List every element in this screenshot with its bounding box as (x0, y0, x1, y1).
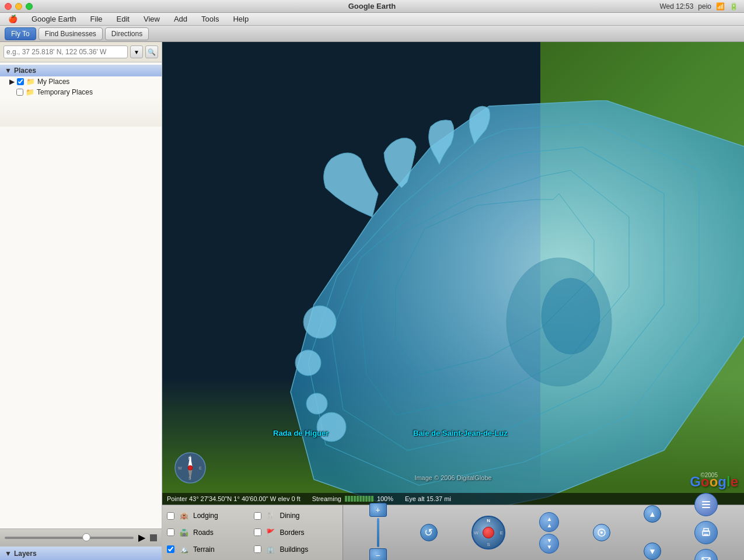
extra-controls: ▲ ▼ (644, 505, 661, 560)
svg-point-6 (542, 278, 600, 354)
terrain-checkbox[interactable] (167, 545, 174, 553)
places-expand-icon: ▼ (5, 66, 12, 75)
buildings-icon: 🏢 (265, 545, 277, 554)
slider-track[interactable] (5, 537, 134, 539)
svg-rect-22 (702, 504, 710, 505)
layer-terrain: 🏔️ Terrain (167, 542, 252, 556)
svg-text:S: S (188, 476, 191, 480)
layers-button[interactable] (694, 493, 718, 516)
zoom-out-button[interactable]: − (369, 548, 387, 560)
window-title: Google Earth (348, 2, 396, 10)
svg-point-18 (188, 466, 193, 470)
menu-edit[interactable]: Edit (114, 13, 132, 24)
tilt-minus-button[interactable]: ▼ (644, 542, 661, 560)
buildings-label: Buildings (280, 545, 309, 554)
tilt-down-button[interactable]: ▼▼ (539, 534, 559, 554)
layers-panel: 🏨 Lodging 🍴 Dining 🛣️ Roads 🚩 Borders (162, 505, 343, 560)
search-go-button[interactable]: 🔍 (145, 46, 158, 58)
lodging-checkbox[interactable] (167, 512, 174, 520)
tilt-up-button[interactable]: ▲▲ (539, 512, 559, 532)
dining-checkbox[interactable] (254, 512, 261, 520)
eye-alt: Eye alt 15.37 mi (405, 495, 451, 502)
temporary-places-checkbox[interactable] (16, 89, 23, 96)
tab-find-businesses[interactable]: Find Businesses (39, 27, 103, 40)
apple-menu[interactable]: 🍎 (6, 13, 20, 24)
tilt-controls: ▲▲ ▼▼ (539, 512, 559, 554)
svg-point-7 (303, 306, 336, 338)
my-places-checkbox[interactable] (17, 78, 24, 85)
zoom-controls: + − (369, 503, 387, 560)
svg-rect-21 (702, 501, 710, 502)
temporary-places-item[interactable]: 📁 Temporary Places (0, 87, 162, 97)
layers-expand-icon: ▼ (5, 550, 12, 558)
svg-point-20 (600, 531, 603, 534)
tilt-plus-button[interactable]: ▲ (644, 505, 661, 523)
places-label: Places (14, 66, 36, 75)
tab-fly-to[interactable]: Fly To (5, 27, 36, 40)
search-input[interactable] (4, 46, 128, 58)
print-button[interactable] (694, 521, 718, 544)
play-button[interactable]: ▶ (138, 532, 145, 543)
map-controls: + − ↺ N S E W (343, 505, 744, 560)
my-places-label: My Places (37, 78, 69, 86)
temp-folder-icon: 📁 (26, 88, 34, 96)
time-display: Wed 12:53 (659, 2, 693, 10)
year-badge: ©2005 (700, 472, 718, 478)
toolbar: Fly To Find Businesses Directions (0, 26, 744, 42)
my-places-item[interactable]: ▶ 📁 My Places (0, 76, 162, 87)
streaming-pct: 100% (377, 495, 393, 502)
temporary-places-label: Temporary Places (37, 88, 93, 96)
statusbar: Pointer 43° 27'34.50"N 1° 40'60.00" W el… (162, 493, 744, 505)
close-button[interactable] (5, 3, 12, 10)
slider-thumb[interactable] (82, 533, 90, 541)
minimize-button[interactable] (15, 3, 22, 10)
folder-icon: 📁 (26, 78, 35, 86)
menu-file[interactable]: File (88, 13, 105, 24)
lodging-icon: 🏨 (178, 512, 190, 520)
search-dropdown[interactable]: ▼ (130, 46, 143, 58)
borders-checkbox[interactable] (254, 528, 261, 536)
email-button[interactable] (694, 549, 718, 560)
layer-buildings: 🏢 Buildings (254, 542, 338, 556)
zoom-in-button[interactable]: + (369, 503, 387, 517)
compass-s-label: S (487, 542, 490, 547)
compass-ring[interactable]: N S E W (471, 516, 505, 550)
navigate-control[interactable]: N S E W (471, 515, 506, 550)
terrain-icon: 🏔️ (178, 545, 190, 554)
traffic-lights (5, 3, 33, 10)
menu-add[interactable]: Add (172, 13, 190, 24)
svg-point-9 (306, 393, 327, 414)
layers-header[interactable]: ▼ Layers (0, 546, 162, 560)
lodging-label: Lodging (193, 512, 218, 520)
zoom-button[interactable] (26, 3, 33, 10)
layer-dining: 🍴 Dining (254, 509, 338, 523)
look-button[interactable] (593, 524, 610, 541)
roads-checkbox[interactable] (167, 528, 174, 536)
places-header[interactable]: ▼ Places (0, 65, 162, 76)
terrain-label: Terrain (193, 545, 215, 554)
zoom-slider-track[interactable] (377, 518, 379, 547)
menu-google-earth[interactable]: Google Earth (29, 13, 79, 24)
svg-text:N: N (188, 456, 191, 460)
menu-help[interactable]: Help (230, 13, 251, 24)
map-compass: N S W E (174, 452, 207, 484)
roads-icon: 🛣️ (178, 528, 190, 537)
streaming-label: Streaming (312, 495, 341, 502)
spacer (651, 524, 654, 541)
sidebar-middle: ▼ Places ▶ 📁 My Places 📁 Temporary Place… (0, 62, 162, 528)
menubar: 🍎 Google Earth File Edit View Add Tools … (0, 13, 744, 26)
stop-button[interactable] (150, 534, 157, 541)
compass-center (483, 527, 494, 538)
compass-w-label: W (474, 530, 478, 536)
reset-north-button[interactable]: ↺ (420, 524, 438, 541)
user-display: peio (698, 2, 711, 10)
main-content: ▼ 🔍 ▼ Places ▶ 📁 My Places 📁 Temporary P… (0, 42, 744, 560)
menu-view[interactable]: View (141, 13, 162, 24)
menu-tools[interactable]: Tools (199, 13, 221, 24)
map-container[interactable]: N S W E Rada de Higuer Baie de Saint-Jea… (162, 42, 744, 560)
buildings-checkbox[interactable] (254, 545, 261, 553)
layer-lodging: 🏨 Lodging (167, 509, 252, 523)
image-credit: Image © 2006 DigitalGlobe (414, 474, 491, 481)
svg-rect-23 (702, 507, 710, 508)
tab-directions[interactable]: Directions (105, 27, 149, 40)
